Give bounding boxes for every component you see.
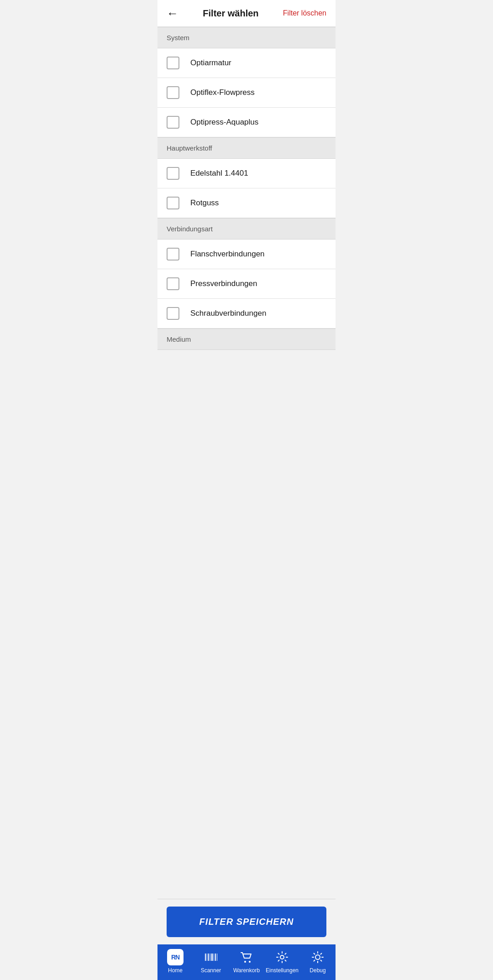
- settings-icon: [274, 949, 290, 965]
- filter-label-edelstahl: Edelstahl 1.4401: [190, 169, 248, 178]
- filter-item-schraub[interactable]: Schraubverbindungen: [157, 299, 336, 328]
- checkbox-optiflex[interactable]: [167, 86, 179, 99]
- cart-icon: [238, 949, 255, 965]
- section-header-medium: Medium: [157, 328, 336, 350]
- svg-point-11: [315, 955, 320, 959]
- save-button-container: FILTER SPEICHERN: [157, 899, 336, 944]
- checkbox-flansch[interactable]: [167, 248, 179, 261]
- checkbox-rotguss[interactable]: [167, 197, 179, 209]
- back-button[interactable]: ←: [167, 7, 178, 19]
- checkbox-optiarmatur[interactable]: [167, 57, 179, 69]
- filter-item-optiflex[interactable]: Optiflex-Flowpress: [157, 78, 336, 108]
- filter-item-flansch[interactable]: Flanschverbindungen: [157, 240, 336, 269]
- nav-item-scanner[interactable]: Scanner: [193, 949, 229, 974]
- svg-point-9: [249, 961, 251, 963]
- clear-filter-button[interactable]: Filter löschen: [283, 9, 326, 17]
- svg-point-8: [244, 961, 246, 963]
- checkbox-press[interactable]: [167, 277, 179, 290]
- nav-item-home[interactable]: RN Home: [157, 949, 193, 974]
- svg-rect-2: [208, 954, 209, 961]
- app-header: ← Filter wählen Filter löschen: [157, 0, 336, 27]
- home-icon: RN: [167, 949, 184, 965]
- section-header-system: System: [157, 27, 336, 48]
- nav-label-debug: Debug: [309, 967, 325, 974]
- filter-label-rotguss: Rotguss: [190, 198, 219, 208]
- debug-icon: [309, 949, 326, 965]
- checkbox-optipress[interactable]: [167, 116, 179, 129]
- svg-rect-5: [214, 954, 214, 961]
- rn-logo: RN: [167, 949, 184, 965]
- svg-point-10: [280, 955, 284, 959]
- nav-item-debug[interactable]: Debug: [300, 949, 336, 974]
- save-filter-button[interactable]: FILTER SPEICHERN: [167, 907, 326, 937]
- section-header-verbindungsart: Verbindungsart: [157, 218, 336, 240]
- nav-item-warenkorb[interactable]: Warenkorb: [229, 949, 264, 974]
- nav-label-scanner: Scanner: [201, 967, 221, 974]
- svg-rect-3: [210, 954, 210, 961]
- scanner-icon: [203, 949, 219, 965]
- filter-item-edelstahl[interactable]: Edelstahl 1.4401: [157, 159, 336, 188]
- svg-rect-6: [215, 954, 216, 961]
- svg-rect-4: [211, 954, 213, 961]
- bottom-nav: RN Home Scanner Warenk: [157, 944, 336, 980]
- filter-label-optiarmatur: Optiarmatur: [190, 58, 231, 68]
- filter-item-optipress[interactable]: Optipress-Aquaplus: [157, 108, 336, 137]
- checkbox-edelstahl[interactable]: [167, 167, 179, 180]
- checkbox-schraub[interactable]: [167, 307, 179, 320]
- filter-item-rotguss[interactable]: Rotguss: [157, 188, 336, 218]
- section-header-hauptwerkstoff: Hauptwerkstoff: [157, 137, 336, 159]
- filter-label-optiflex: Optiflex-Flowpress: [190, 88, 255, 97]
- svg-rect-0: [205, 954, 206, 961]
- nav-item-einstellungen[interactable]: Einstellungen: [264, 949, 300, 974]
- filter-label-press: Pressverbindungen: [190, 279, 257, 288]
- filter-label-schraub: Schraubverbindungen: [190, 309, 266, 318]
- nav-label-home: Home: [168, 967, 183, 974]
- filter-content: System Optiarmatur Optiflex-Flowpress Op…: [157, 27, 336, 899]
- svg-rect-1: [207, 954, 207, 961]
- filter-item-optiarmatur[interactable]: Optiarmatur: [157, 48, 336, 78]
- page-title: Filter wählen: [203, 8, 258, 19]
- nav-label-einstellungen: Einstellungen: [266, 967, 299, 974]
- filter-label-flansch: Flanschverbindungen: [190, 250, 265, 259]
- svg-rect-7: [217, 954, 217, 961]
- filter-label-optipress: Optipress-Aquaplus: [190, 118, 258, 127]
- nav-label-warenkorb: Warenkorb: [233, 967, 260, 974]
- filter-item-press[interactable]: Pressverbindungen: [157, 269, 336, 299]
